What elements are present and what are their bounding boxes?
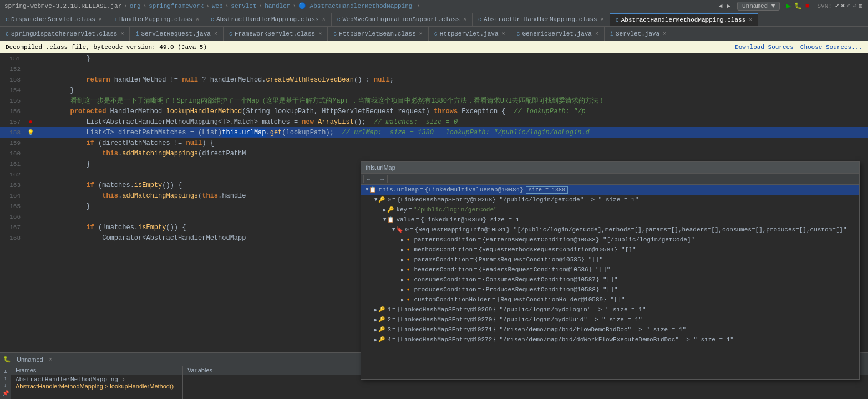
code-line-153: 153 return handlerMethod != null ? handl…: [0, 74, 868, 85]
var-produces-icon: 🔸: [405, 286, 412, 293]
code-line-157: 157 ● List<AbstractHandlerMethodMapping<…: [0, 117, 868, 127]
code-line-154: 154 }: [0, 85, 868, 95]
var-4-expand[interactable]: ▶: [374, 337, 377, 343]
var-patterns-row[interactable]: ▶ 🔸 patternsCondition = {PatternsRequest…: [361, 235, 859, 245]
var-4-icon: 🔑: [378, 336, 385, 343]
var-consumes-row[interactable]: ▶ 🔸 consumesCondition = {ConsumesRequest…: [361, 275, 859, 285]
var-produces-row[interactable]: ▶ 🔸 producesCondition = {ProducesRequest…: [361, 285, 859, 295]
tab-webmvc-config[interactable]: cWebMvcConfigurationSupport.class×: [332, 13, 473, 26]
var-consumes-expand[interactable]: ▶: [401, 277, 404, 283]
nav-back[interactable]: ◀: [719, 2, 723, 9]
title-jar: spring-webmvc-3.2.18.RELEASE.jar: [4, 3, 121, 9]
var-0-expand[interactable]: ▼: [374, 197, 377, 203]
debug-pointer-158: 💡: [27, 129, 34, 136]
svn-x[interactable]: ✖: [841, 2, 845, 9]
var-inspector-title: this.urlMap: [366, 164, 395, 171]
debug-btn[interactable]: 🐛: [794, 2, 802, 9]
title-springframework: springframework: [149, 3, 204, 9]
tab-http-servlet-bean[interactable]: cHttpServletBean.class×: [328, 27, 429, 41]
var-root-icon: 📋: [369, 186, 376, 193]
svn-circle[interactable]: ○: [847, 3, 851, 9]
run-btn[interactable]: ▶: [786, 1, 790, 11]
var-1-expand[interactable]: ▶: [374, 307, 377, 313]
var-entry-1[interactable]: ▶ 🔑 1 = {LinkedHashMap$Entry@10269} "/pu…: [361, 305, 859, 315]
var-value-0-row[interactable]: ▼ 🔖 0 = {RequestMappingInfo@10581} "[/pu…: [361, 225, 859, 235]
restore-icon[interactable]: ⊞: [4, 368, 7, 375]
notification-text: Decompiled .class file, bytecode version…: [6, 44, 207, 50]
svn-more[interactable]: ⊞: [859, 2, 862, 9]
var-value-icon: 📋: [387, 216, 394, 223]
tab-spring-dispatcher[interactable]: cSpringDispatcherServlet.class×: [0, 27, 130, 41]
tab-servlet[interactable]: iServlet.java×: [605, 27, 672, 41]
tab-abstract-url-handler[interactable]: cAbstractUrlHandlerMapping.class×: [473, 13, 610, 26]
tab-generic-servlet[interactable]: cGenericServlet.java×: [511, 27, 605, 41]
stop-btn[interactable]: ■: [805, 3, 809, 9]
code-line-159: 159 if (directPathMatches != null) {: [0, 138, 868, 148]
code-line-160: 160 this.addMatchingMappings(directPathM: [0, 148, 868, 159]
tab-servlet-request[interactable]: iServletRequest.java×: [130, 27, 223, 41]
var-key-expand[interactable]: ▶: [383, 207, 386, 213]
var-headers-row[interactable]: ▶ 🔸 headersCondition = {HeadersRequestCo…: [361, 265, 859, 275]
tab-handler-mapping[interactable]: iHandlerMapping.class×: [108, 13, 205, 26]
tab-http-servlet[interactable]: cHttpServlet.java×: [429, 27, 511, 41]
var-custom-expand[interactable]: ▶: [401, 297, 404, 303]
var-consumes-icon: 🔸: [405, 276, 412, 283]
frames-breadcrumb: AbstractHandlerMethodMapping › AbstractH…: [11, 375, 182, 391]
title-org: org: [130, 3, 141, 9]
debug-session-close[interactable]: ×: [49, 356, 53, 363]
var-2-expand[interactable]: ▶: [374, 317, 377, 323]
download-sources-link[interactable]: Download Sources: [735, 44, 794, 50]
var-inspector: this.urlMap ← → ▼ 📋 this.urlMap = {Linke…: [361, 161, 860, 380]
svn-label: SVN:: [817, 3, 831, 9]
var-methods-row[interactable]: ▶ 🔸 methodsCondition = {RequestMethodsRe…: [361, 245, 859, 255]
tab-abstract-handler-mapping[interactable]: cAbstractHandlerMapping.class×: [205, 13, 332, 26]
var-v0-icon: 🔖: [396, 226, 403, 233]
var-entry-2[interactable]: ▶ 🔑 2 = {LinkedHashMap$Entry@10270} "/pu…: [361, 315, 859, 325]
notification-links: Download Sources Choose Sources...: [735, 44, 862, 50]
arrow-down-icon[interactable]: ↓: [4, 383, 7, 389]
arrow-up-icon[interactable]: ↑: [4, 376, 7, 382]
svn-check[interactable]: ✔: [835, 2, 839, 9]
tab-abstract-handler-method-mapping[interactable]: cAbstractHandlerMethodMapping.class×: [610, 13, 758, 26]
code-line-156: 156 protected HandlerMethod lookupHandle…: [0, 106, 868, 117]
var-root-expand[interactable]: ▼: [366, 187, 368, 193]
var-3-icon: 🔑: [378, 326, 385, 333]
code-line-158: 158 💡 List<T> directPathMatches = (List)…: [0, 127, 868, 138]
toolbar-fwd-btn[interactable]: →: [377, 175, 388, 183]
var-entry-0[interactable]: ▼ 🔑 0 = {LinkedHashMap$Entry@10268} "/pu…: [361, 195, 859, 205]
debug-session-name: Unnamed: [17, 356, 43, 363]
left-toolbar: ⊞ ↑ ↓ 📌 ▶: [0, 366, 11, 399]
pin-icon[interactable]: 📌: [2, 390, 9, 397]
breakpoint-icon-157[interactable]: ●: [28, 118, 32, 126]
var-patterns-expand[interactable]: ▶: [401, 237, 404, 243]
choose-sources-link[interactable]: Choose Sources...: [800, 44, 862, 50]
var-tree[interactable]: ▼ 📋 this.urlMap = {LinkedMultiValueMap@1…: [361, 185, 859, 379]
title-web: web: [212, 3, 223, 9]
var-custom-row[interactable]: ▶ 🔸 customConditionHolder = {RequestCond…: [361, 295, 859, 305]
var-2-icon: 🔑: [378, 316, 385, 323]
frames-class: AbstractHandlerMethodMapping: [16, 376, 118, 383]
var-inspector-toolbar: ← →: [361, 174, 859, 185]
var-produces-expand[interactable]: ▶: [401, 287, 404, 293]
tab-framework-servlet[interactable]: cFrameworkServlet.class×: [224, 27, 328, 41]
var-root-row[interactable]: ▼ 📋 this.urlMap = {LinkedMultiValueMap@1…: [361, 185, 859, 195]
profile-label: Unnamed ▼: [737, 2, 780, 11]
var-entry-3[interactable]: ▶ 🔑 3 = {LinkedHashMap$Entry@10271} "/ri…: [361, 325, 859, 335]
var-value-expand[interactable]: ▼: [383, 217, 386, 223]
var-params-expand[interactable]: ▶: [401, 257, 404, 263]
var-v0-expand[interactable]: ▼: [392, 227, 395, 233]
var-params-row[interactable]: ▶ 🔸 paramsCondition = {ParamsRequestCond…: [361, 255, 859, 265]
tab-dispatcher-servlet[interactable]: cDispatcherServlet.class×: [0, 13, 108, 26]
variables-label: Variables: [187, 367, 212, 373]
toolbar-back-btn[interactable]: ←: [363, 175, 374, 183]
var-key-row[interactable]: ▶ 🔑 key = "/public/login/getCode": [361, 205, 859, 215]
var-3-expand[interactable]: ▶: [374, 327, 377, 333]
frames-panel: Frames AbstractHandlerMethodMapping › Ab…: [11, 366, 183, 399]
var-value-row[interactable]: ▼ 📋 value = {LinkedList@10369} size = 1: [361, 215, 859, 225]
frames-label: Frames: [16, 367, 36, 373]
var-headers-expand[interactable]: ▶: [401, 267, 404, 273]
var-entry-4[interactable]: ▶ 🔑 4 = {LinkedHashMap$Entry@10272} "/ri…: [361, 335, 859, 345]
svn-undo[interactable]: ↩: [853, 2, 857, 9]
nav-fwd[interactable]: ▶: [727, 2, 730, 9]
var-methods-expand[interactable]: ▶: [401, 247, 404, 253]
